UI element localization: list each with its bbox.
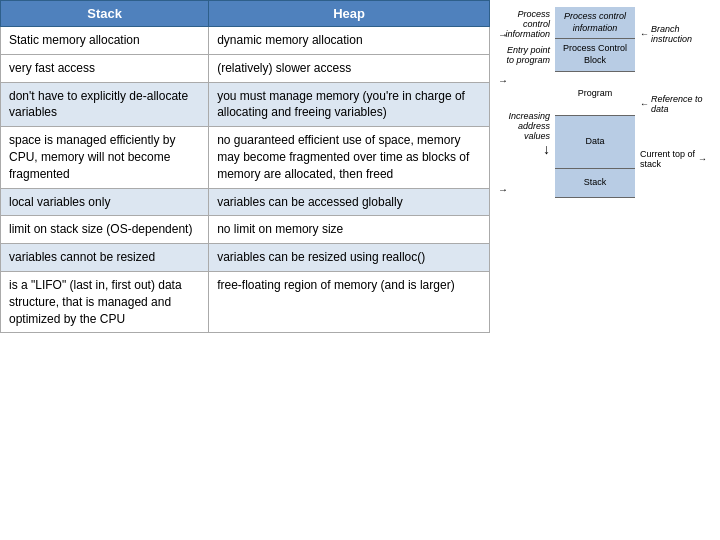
heap-cell-7: free-floating region of memory (and is l… bbox=[209, 271, 490, 332]
block-process-info: Process control information bbox=[555, 7, 635, 39]
arrow-branch-left: ← bbox=[640, 29, 649, 39]
block-data: Data bbox=[555, 116, 635, 169]
heap-cell-0: dynamic memory allocation bbox=[209, 27, 490, 55]
branch-label: Branch instruction bbox=[651, 24, 707, 44]
heap-cell-3: no guaranteed efficient use of space, me… bbox=[209, 127, 490, 188]
arrow-current: → bbox=[498, 184, 508, 195]
stack-cell-7: is a "LIFO" (last in, first out) data st… bbox=[1, 271, 209, 332]
block-pcb: Process Control Block bbox=[555, 39, 635, 71]
stack-cell-2: don't have to explicitly de-allocate var… bbox=[1, 82, 209, 127]
block-stack: Stack bbox=[555, 169, 635, 198]
heap-cell-5: no limit on memory size bbox=[209, 216, 490, 244]
comparison-table: Stack Heap Static memory allocationdynam… bbox=[0, 0, 490, 540]
memory-stack: Process control information Process Cont… bbox=[555, 7, 635, 198]
arrow-ref-left: ← bbox=[640, 99, 649, 109]
stack-cell-3: space is managed efficiently by CPU, mem… bbox=[1, 127, 209, 188]
block-program: Program bbox=[555, 72, 635, 117]
arrow-entry: → bbox=[498, 75, 508, 86]
heap-cell-2: you must manage memory (you're in charge… bbox=[209, 82, 490, 127]
stack-cell-0: Static memory allocation bbox=[1, 27, 209, 55]
stack-cell-6: variables cannot be resized bbox=[1, 244, 209, 272]
stack-cell-4: local variables only bbox=[1, 188, 209, 216]
left-annotations: Process control information → Entry poin… bbox=[498, 7, 553, 199]
memory-diagram: Process control information → Entry poin… bbox=[490, 0, 720, 540]
arrow-down: ↓ bbox=[543, 141, 550, 157]
arrow-pcb: → bbox=[498, 29, 508, 40]
stack-cell-5: limit on stack size (OS-dependent) bbox=[1, 216, 209, 244]
heap-cell-1: (relatively) slower access bbox=[209, 54, 490, 82]
arrow-current-right: → bbox=[698, 154, 707, 164]
right-annotations: ← Branch instruction ← Reference to data… bbox=[637, 7, 707, 169]
stack-cell-1: very fast access bbox=[1, 54, 209, 82]
reference-label: Reference to data bbox=[651, 94, 707, 114]
entry-point-label: Entry point to program bbox=[498, 45, 550, 65]
increasing-label: Increasing address values bbox=[498, 111, 550, 141]
heap-cell-4: variables can be accessed globally bbox=[209, 188, 490, 216]
stack-header: Stack bbox=[1, 1, 209, 27]
heap-header: Heap bbox=[209, 1, 490, 27]
heap-cell-6: variables can be resized using realloc() bbox=[209, 244, 490, 272]
current-top-label: Current top of stack bbox=[640, 149, 698, 169]
